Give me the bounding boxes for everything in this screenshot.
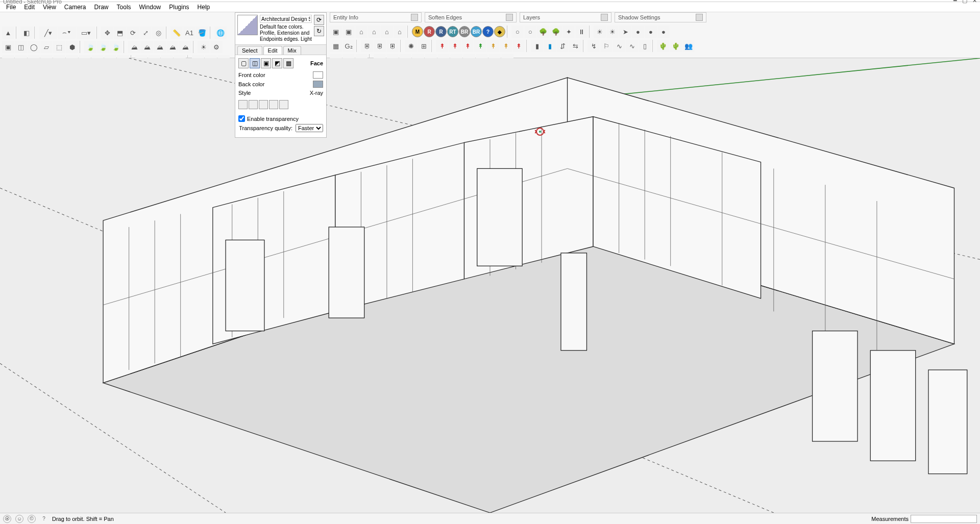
- face-style-mono-icon[interactable]: [279, 100, 288, 109]
- edge-settings-icon[interactable]: ▢: [238, 58, 249, 68]
- house2-icon[interactable]: ⌂: [368, 26, 380, 38]
- link1-icon[interactable]: ↯: [587, 40, 600, 52]
- tray-layers-header[interactable]: Layers: [520, 12, 611, 22]
- text-tool-icon[interactable]: A1: [183, 27, 195, 39]
- style-name-input[interactable]: [260, 15, 312, 23]
- styles-tab-select[interactable]: Select: [237, 46, 262, 55]
- paint-tool-icon[interactable]: 🪣: [196, 27, 208, 39]
- menu-camera[interactable]: Camera: [60, 3, 90, 12]
- round-br2-icon[interactable]: BR: [471, 26, 482, 37]
- box-icon[interactable]: ▣: [2, 41, 14, 53]
- watermark-settings-icon[interactable]: ◩: [272, 58, 282, 68]
- move-tool-icon[interactable]: ✥: [101, 27, 113, 39]
- round-tag-icon[interactable]: ◆: [494, 26, 505, 37]
- select-tool-icon[interactable]: ▲: [2, 27, 14, 39]
- grid-icon[interactable]: ⊞: [418, 40, 430, 52]
- face-settings-icon[interactable]: ◫: [250, 58, 260, 68]
- round-m-icon[interactable]: M: [412, 26, 423, 37]
- measurements-input[interactable]: [911, 515, 977, 523]
- box3-icon[interactable]: ▣: [342, 26, 355, 38]
- sun2-icon[interactable]: ☀: [594, 26, 606, 38]
- flag-icon[interactable]: ⚐: [600, 40, 612, 52]
- round-r2-icon[interactable]: R: [435, 26, 447, 37]
- box2-icon[interactable]: ▣: [330, 26, 342, 38]
- status-person-icon[interactable]: ☺: [15, 515, 23, 523]
- path-icon[interactable]: ⬚: [53, 41, 65, 53]
- cactus1-icon[interactable]: 🌵: [657, 40, 669, 52]
- face-style-hidden-icon[interactable]: [249, 100, 258, 109]
- sun3-icon[interactable]: ☀: [606, 26, 619, 38]
- menu-window[interactable]: Window: [135, 3, 165, 12]
- menu-draw[interactable]: Draw: [90, 3, 113, 12]
- people-icon[interactable]: 👥: [682, 40, 695, 52]
- menu-plugins[interactable]: Plugins: [165, 3, 193, 12]
- face-style-textured-icon[interactable]: [269, 100, 278, 109]
- arrows-v-icon[interactable]: ⇵: [556, 40, 569, 52]
- cactus2-icon[interactable]: 🌵: [670, 40, 682, 52]
- panel2-icon[interactable]: ▮: [544, 40, 556, 52]
- round-r1-icon[interactable]: R: [424, 26, 435, 37]
- note-icon[interactable]: ▯: [639, 40, 651, 52]
- menu-tools[interactable]: Tools: [113, 3, 135, 12]
- curve1-icon[interactable]: ∿: [613, 40, 625, 52]
- back-color-swatch[interactable]: [313, 81, 323, 88]
- background-settings-icon[interactable]: ▣: [261, 58, 271, 68]
- styles-tab-edit[interactable]: Edit: [263, 46, 282, 55]
- house1-icon[interactable]: ⌂: [355, 26, 368, 38]
- pause-icon[interactable]: ⏸: [575, 26, 587, 38]
- leaf1-icon[interactable]: 🍃: [84, 41, 96, 53]
- ax5-icon[interactable]: ↟: [487, 40, 499, 52]
- style-update-icon[interactable]: ⟳: [314, 15, 324, 25]
- tray-soften-collapse-icon[interactable]: [506, 14, 513, 21]
- ax1-icon[interactable]: ↟: [436, 40, 448, 52]
- tray-shadow-collapse-icon[interactable]: [696, 14, 703, 21]
- dot3-icon[interactable]: ●: [657, 26, 670, 38]
- style-refresh-icon[interactable]: ↻: [314, 26, 324, 36]
- globe1-icon[interactable]: ○: [511, 26, 524, 38]
- scale-tool-icon[interactable]: ⤢: [139, 27, 152, 39]
- face-style-wireframe-icon[interactable]: [238, 100, 248, 109]
- tray-layers-collapse-icon[interactable]: [601, 14, 608, 21]
- rotate-tool-icon[interactable]: ⟳: [127, 27, 139, 39]
- house3-icon[interactable]: ⌂: [381, 26, 393, 38]
- plane-icon[interactable]: ▱: [40, 41, 53, 53]
- shape-tool-icon[interactable]: ▭▾: [77, 27, 95, 39]
- line-tool-icon[interactable]: ╱▾: [39, 27, 57, 39]
- solid-icon[interactable]: ⬢: [66, 41, 78, 53]
- round-br-icon[interactable]: BR: [459, 26, 470, 37]
- brick-icon[interactable]: ▦: [330, 40, 342, 52]
- styles-tab-mix[interactable]: Mix: [283, 46, 301, 55]
- tray-soften-header[interactable]: Soften Edges: [425, 12, 517, 22]
- tape-tool-icon[interactable]: 📏: [170, 27, 183, 39]
- panel1-icon[interactable]: ▮: [531, 40, 543, 52]
- transparency-quality-select[interactable]: Faster: [296, 124, 323, 132]
- cursor-icon[interactable]: ➤: [619, 26, 631, 38]
- style-thumbnail-icon[interactable]: [237, 15, 258, 35]
- g2-icon[interactable]: G₂: [342, 40, 355, 52]
- ax2-icon[interactable]: ↟: [449, 40, 461, 52]
- curve2-icon[interactable]: ∿: [626, 40, 638, 52]
- pushpull-tool-icon[interactable]: ⬒: [114, 27, 126, 39]
- status-help-icon[interactable]: ?: [40, 515, 48, 523]
- arrows-h-icon[interactable]: ⇆: [569, 40, 581, 52]
- shield2-icon[interactable]: ⛨: [374, 40, 386, 52]
- dot1-icon[interactable]: ●: [632, 26, 644, 38]
- face-style-shaded-icon[interactable]: [259, 100, 268, 109]
- ax3-icon[interactable]: ↟: [461, 40, 474, 52]
- eraser-tool-icon[interactable]: ◧: [20, 27, 33, 39]
- globe2-icon[interactable]: ○: [524, 26, 536, 38]
- maximize-button[interactable]: ▢: [962, 0, 967, 4]
- dot2-icon[interactable]: ●: [645, 26, 657, 38]
- front-color-swatch[interactable]: [313, 71, 323, 79]
- ax7-icon[interactable]: ↟: [512, 40, 525, 52]
- tree2-icon[interactable]: 🌳: [550, 26, 562, 38]
- leaf2-icon[interactable]: 🍃: [97, 41, 109, 53]
- sandbox1-icon[interactable]: ⛰: [128, 41, 140, 53]
- shield3-icon[interactable]: ⛨: [386, 40, 399, 52]
- sandbox3-icon[interactable]: ⛰: [154, 41, 166, 53]
- ax6-icon[interactable]: ↟: [500, 40, 512, 52]
- offset-tool-icon[interactable]: ◎: [152, 27, 164, 39]
- close-button[interactable]: ✕: [972, 0, 977, 4]
- menu-help[interactable]: Help: [193, 3, 214, 12]
- sandbox4-icon[interactable]: ⛰: [166, 41, 179, 53]
